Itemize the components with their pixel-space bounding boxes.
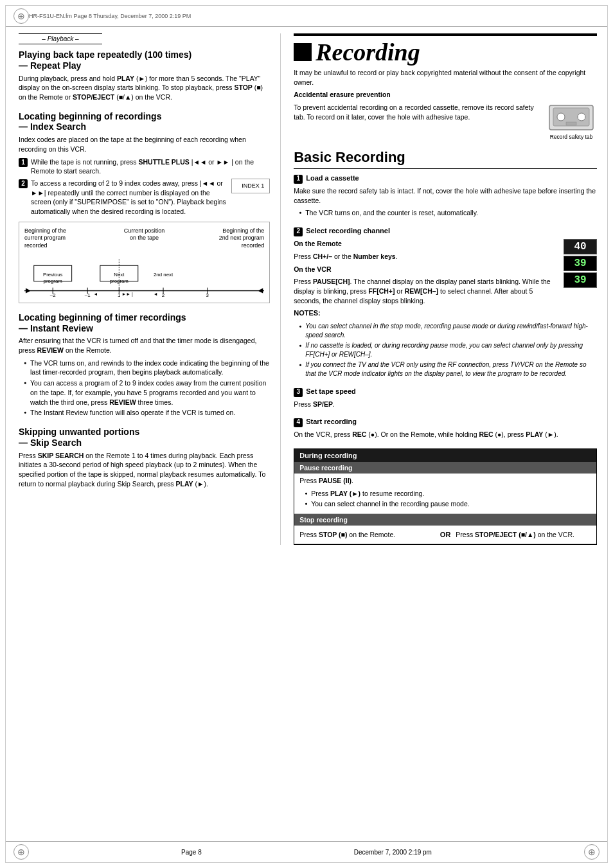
on-vcr-body: Press PAUSE[CH]. The channel display on … xyxy=(294,277,553,305)
corner-mark-bottom-left: ⊕ xyxy=(13,844,29,860)
section-instant-review: Locating beginning of timer recordings— … xyxy=(19,312,270,418)
page-border: ⊕ HR-FS1U-EN.fm Page 8 Thursday, Decembe… xyxy=(5,5,608,863)
recording-intro: It may be unlawful to record or play bac… xyxy=(294,68,597,87)
step-4-num: 4 xyxy=(294,418,303,427)
instant-review-title: Locating beginning of timer recordings— … xyxy=(19,312,270,334)
step-1-body: Make sure the record safety tab is intac… xyxy=(294,186,597,205)
svg-text:Previous: Previous xyxy=(43,272,63,278)
during-recording-header: During recording xyxy=(294,449,596,462)
step-1-text: While the tape is not running, press SHU… xyxy=(31,157,270,176)
safety-tab-label: Record safety tab xyxy=(550,134,593,140)
on-remote-label: On the Remote xyxy=(294,239,553,249)
safety-tab-illustration: Record safety tab xyxy=(546,103,597,140)
index-step-1: 1 While the tape is not running, press S… xyxy=(19,157,270,176)
corner-mark-top-left: ⊕ xyxy=(13,8,29,24)
during-recording-table: During recording Pause recording Press P… xyxy=(294,448,597,545)
step-2-num: 2 xyxy=(294,227,303,236)
svg-text:◄: ◄ xyxy=(94,292,98,296)
basic-recording-title: Basic Recording xyxy=(294,149,597,169)
svg-rect-28 xyxy=(566,122,576,125)
on-vcr-label: On the VCR xyxy=(294,265,553,274)
stop-left-cell: Press STOP (■) on the Remote. xyxy=(299,531,435,538)
or-label: OR xyxy=(440,531,451,538)
step-1-num: 1 xyxy=(294,175,303,184)
page-label: Page 8 xyxy=(181,849,202,856)
pause-press-text: Press PAUSE (II). xyxy=(299,476,591,486)
skip-search-body: Press SKIP SEARCH on the Remote 1 to 4 t… xyxy=(19,451,270,489)
note-3: If you connect the TV and the VCR only u… xyxy=(299,360,597,378)
svg-marker-8 xyxy=(26,288,31,293)
stop-right-cell: Press STOP/EJECT (■/▲) on the VCR. xyxy=(456,531,591,538)
index-steps: 1 While the tape is not running, press S… xyxy=(19,157,270,217)
stop-row: Press STOP (■) on the Remote. OR Press S… xyxy=(299,528,591,541)
svg-text:►► |: ►► | xyxy=(121,292,132,297)
step-1-title: Load a cassette xyxy=(306,174,359,182)
step-2-text: To access a recording of 2 to 9 index co… xyxy=(31,179,270,217)
tape-label-mid: Current position on the tape xyxy=(122,227,167,250)
notes-list: You can select channel in the stop mode,… xyxy=(299,322,597,378)
svg-text:program: program xyxy=(44,278,63,284)
svg-text:2nd next: 2nd next xyxy=(154,272,173,278)
step-3-num: 3 xyxy=(294,388,303,397)
pause-recording-body: Press PAUSE (II). Press PLAY (►) to resu… xyxy=(294,474,596,514)
pause-bullet-2: You can select channel in the recording … xyxy=(305,499,591,509)
svg-point-26 xyxy=(557,113,565,121)
on-remote-body: Press CH+/– or the Number keys. xyxy=(294,252,553,261)
cassette-svg xyxy=(548,103,594,134)
section-step1: 1 Load a cassette Make sure the record s… xyxy=(294,174,597,218)
svg-text:–2: –2 xyxy=(50,292,56,297)
tape-diagram: Beginning of the current program recorde… xyxy=(19,222,270,303)
step-1-bullet-1: The VCR turns on, and the counter is res… xyxy=(299,208,597,218)
step-3-body: Press SP/EP. xyxy=(294,400,597,409)
step-num-2: 2 xyxy=(19,179,28,188)
stop-recording-header: Stop recording xyxy=(294,514,596,526)
svg-marker-9 xyxy=(258,288,263,293)
instant-review-bullets: The VCR turns on, and rewinds to the ind… xyxy=(24,359,270,418)
index-box-label: INDEX 1 xyxy=(242,182,264,189)
corner-mark-bottom-right: ⊕ xyxy=(584,844,600,860)
step-4-body: On the VCR, press REC (●). Or on the Rem… xyxy=(294,430,597,439)
step-num-1: 1 xyxy=(19,158,28,167)
section-repeat-play: Playing back tape repeatedly (100 times)… xyxy=(19,49,270,102)
recording-main-title: Recording xyxy=(315,40,420,64)
section-step2: 2 Select recording channel On the Remote… xyxy=(294,227,597,378)
svg-text:1: 1 xyxy=(118,292,120,297)
accidental-erasure-body: To prevent accidental recording on a rec… xyxy=(294,103,540,121)
index-search-title: Locating beginning of recordings— Index … xyxy=(19,111,270,133)
svg-text:2: 2 xyxy=(162,292,164,297)
svg-text:◄: ◄ xyxy=(154,292,158,296)
channel-display: 40 39 39 xyxy=(564,239,597,288)
instant-review-bullet-2: You can access a program of 2 to 9 index… xyxy=(24,378,270,407)
tape-label-right: Beginning of the 2nd next program record… xyxy=(213,227,264,250)
file-info: HR-FS1U-EN.fm Page 8 Thursday, December … xyxy=(29,13,191,19)
index-step-2: 2 To access a recording of 2 to 9 index … xyxy=(19,179,270,217)
note-1: You can select channel in the stop mode,… xyxy=(299,322,597,340)
channel-box-39a: 39 xyxy=(564,256,597,271)
skip-search-title: Skipping unwanted portions— Skip Search xyxy=(19,427,270,448)
recording-title-block xyxy=(294,43,312,61)
date-label: December 7, 2000 2:19 pm xyxy=(354,849,432,856)
section-step4: 4 Start recording On the VCR, press REC … xyxy=(294,418,597,439)
channel-box-39b: 39 xyxy=(564,272,597,288)
content-area: – Playback – Playing back tape repeatedl… xyxy=(6,27,607,545)
instant-review-bullet-3: The Instant Review function will also op… xyxy=(24,408,270,418)
svg-text:Next: Next xyxy=(114,272,125,278)
step-2-title: Select recording channel xyxy=(306,227,390,235)
right-column: Recording It may be unlawful to record o… xyxy=(281,33,607,545)
header-bar: ⊕ HR-FS1U-EN.fm Page 8 Thursday, Decembe… xyxy=(6,6,607,27)
left-column: – Playback – Playing back tape repeatedl… xyxy=(6,33,281,545)
step-4-title: Start recording xyxy=(306,418,357,425)
section-accidental-erasure: Accidental erasure prevention To prevent… xyxy=(294,90,597,140)
svg-text:3: 3 xyxy=(206,292,209,297)
step-3-title: Set tape speed xyxy=(306,387,356,395)
index-search-body: Index codes are placed on the tape at th… xyxy=(19,135,270,154)
section-step3: 3 Set tape speed Press SP/EP. xyxy=(294,387,597,409)
channel-box-40: 40 xyxy=(564,239,597,254)
footer-bar: ⊕ Page 8 December 7, 2000 2:19 pm ⊕ xyxy=(6,841,607,862)
tape-svg: Previous program Next program 2nd next xyxy=(24,252,264,297)
playback-label: – Playback – xyxy=(19,33,102,44)
repeat-play-body: During playback, press and hold PLAY (►)… xyxy=(19,74,270,102)
pause-bullet-1: Press PLAY (►) to resume recording. xyxy=(305,489,591,499)
instant-review-bullet-1: The VCR turns on, and rewinds to the ind… xyxy=(24,359,270,377)
section-index-search: Locating beginning of recordings— Index … xyxy=(19,111,270,303)
